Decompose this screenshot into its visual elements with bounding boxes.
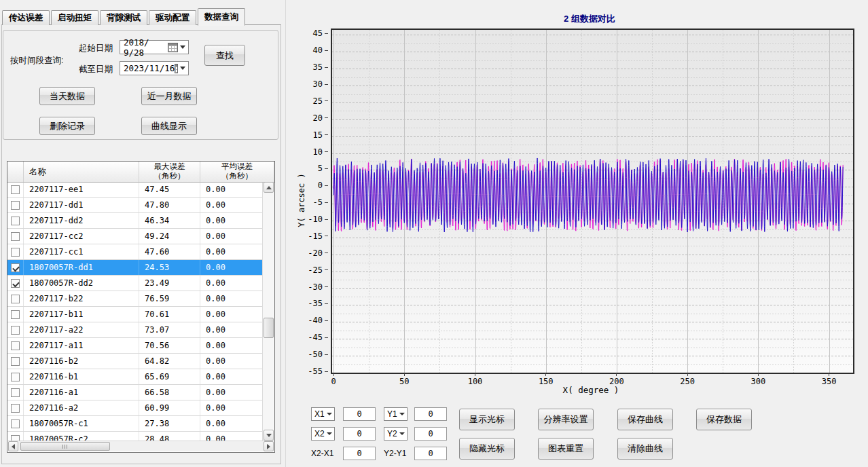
chart-title: 2 组数据对比 — [564, 13, 615, 25]
table-row[interactable]: 18070057R-c228.480.00 — [7, 432, 263, 441]
horizontal-scrollbar[interactable] — [8, 441, 274, 451]
resolution-settings-button[interactable]: 分辨率设置 — [538, 409, 594, 430]
tab-item[interactable]: 传达误差 — [2, 10, 50, 25]
row-max-error: 47.60 — [139, 244, 200, 259]
table-row[interactable]: 2207116-a260.990.00 — [7, 400, 263, 416]
dx-value-field[interactable] — [343, 447, 376, 460]
table-row[interactable]: 2207117-b1170.610.00 — [7, 307, 263, 322]
x1-value-field[interactable] — [343, 407, 376, 421]
row-checkbox[interactable] — [11, 185, 20, 194]
row-checkbox[interactable] — [11, 357, 20, 366]
table-row[interactable]: 18070057R-dd124.530.00 — [7, 260, 263, 276]
scroll-down-button[interactable] — [264, 430, 274, 441]
plot-area[interactable] — [331, 29, 854, 374]
table-row[interactable]: 2207117-dd246.340.00 — [7, 213, 263, 229]
scroll-right-button[interactable] — [264, 441, 274, 451]
y-tick-label: 40 — [301, 45, 328, 55]
row-checkbox[interactable] — [11, 295, 20, 303]
search-button[interactable]: 查找 — [204, 45, 245, 66]
chevron-down-icon — [327, 413, 332, 415]
tab-item[interactable]: 背隙测试 — [100, 10, 147, 25]
save-curve-button[interactable]: 保存曲线 — [617, 409, 673, 430]
table-row[interactable]: 2207117-cc147.600.00 — [7, 244, 263, 260]
vertical-scroll-thumb[interactable] — [264, 318, 274, 338]
row-name: 2207117-dd2 — [24, 213, 139, 228]
row-avg-error: 0.00 — [200, 385, 263, 400]
y1-cursor-select[interactable]: Y1 — [384, 407, 408, 421]
table-row[interactable]: 2207117-b2276.590.00 — [7, 291, 263, 307]
row-checkbox[interactable] — [11, 279, 20, 288]
table-row[interactable]: 2207116-b264.820.00 — [7, 354, 263, 369]
row-name: 18070057R-dd2 — [24, 276, 139, 291]
row-checkbox[interactable] — [11, 263, 20, 272]
results-table: 名称 最大误差 （角秒） 平均误差 （角秒） 2207117-ee147.450… — [7, 161, 275, 453]
row-name: 2207116-b2 — [24, 354, 139, 369]
table-row[interactable]: 18070057R-dd223.490.00 — [7, 276, 263, 291]
x2-value-field[interactable] — [343, 427, 376, 441]
scroll-up-button[interactable] — [264, 182, 274, 193]
calendar-icon — [168, 43, 178, 52]
chevron-down-icon — [399, 413, 405, 415]
row-name: 2207116-a1 — [24, 385, 139, 400]
row-name: 2207117-ee1 — [24, 182, 139, 197]
dx-label: X2-X1 — [311, 449, 333, 458]
triangle-up-icon — [266, 186, 272, 189]
end-date-picker[interactable]: 2023/11/16 — [120, 61, 189, 75]
chevron-down-icon[interactable] — [180, 45, 185, 49]
x2-cursor-select[interactable]: X2 — [311, 427, 335, 441]
table-row[interactable]: 2207117-dd147.800.00 — [7, 198, 263, 213]
table-row[interactable]: 2207117-a2273.070.00 — [7, 322, 263, 338]
waveform-canvas[interactable] — [332, 30, 853, 373]
y-tick-label: 15 — [301, 130, 328, 140]
table-row[interactable]: 2207116-b165.690.00 — [7, 369, 263, 385]
chart-reset-button[interactable]: 图表重置 — [538, 438, 594, 460]
x1-cursor-select[interactable]: X1 — [311, 407, 335, 421]
table-row[interactable]: 18070057R-c127.380.00 — [7, 416, 263, 432]
table-row[interactable]: 2207117-cc249.240.00 — [7, 229, 263, 244]
tab-item[interactable]: 启动扭矩 — [51, 10, 98, 25]
tab-item[interactable]: 数据查询 — [198, 8, 245, 26]
save-data-button[interactable]: 保存数据 — [696, 409, 752, 430]
y2-value-field[interactable] — [414, 427, 447, 441]
row-checkbox[interactable] — [11, 341, 20, 350]
start-date-picker[interactable]: 2018/ 9/28 — [120, 40, 189, 54]
dy-value-field[interactable] — [414, 447, 447, 460]
delete-record-button[interactable]: 删除记录 — [39, 117, 95, 135]
row-checkbox[interactable] — [11, 373, 20, 381]
last-month-data-button[interactable]: 近一月数据 — [141, 87, 197, 105]
row-checkbox[interactable] — [11, 326, 20, 335]
row-checkbox[interactable] — [11, 388, 20, 397]
y-tick-label: 25 — [301, 96, 328, 106]
row-name: 2207117-a22 — [24, 322, 139, 337]
scroll-left-button[interactable] — [8, 441, 18, 451]
table-row[interactable]: 2207117-a1170.560.00 — [7, 338, 263, 354]
x-tick-label: 300 — [744, 373, 772, 386]
row-checkbox[interactable] — [11, 310, 20, 319]
row-checkbox[interactable] — [11, 435, 20, 441]
vertical-scrollbar[interactable] — [262, 182, 274, 441]
row-checkbox[interactable] — [11, 217, 20, 225]
y1-value-field[interactable] — [414, 407, 447, 421]
chevron-down-icon[interactable] — [180, 67, 185, 70]
row-checkbox[interactable] — [11, 419, 20, 428]
horizontal-scroll-thumb[interactable] — [20, 442, 110, 451]
row-max-error: 65.69 — [139, 369, 200, 384]
hide-cursor-button[interactable]: 隐藏光标 — [459, 438, 515, 460]
y-tick-label: -50 — [301, 350, 328, 359]
row-checkbox[interactable] — [11, 248, 20, 257]
today-data-button[interactable]: 当天数据 — [39, 87, 95, 105]
row-name: 2207116-a2 — [24, 400, 139, 415]
tab-item[interactable]: 驱动配置 — [149, 10, 196, 25]
row-max-error: 49.24 — [139, 229, 200, 244]
row-checkbox[interactable] — [11, 232, 20, 241]
row-checkbox[interactable] — [11, 201, 20, 210]
row-name: 2207116-b1 — [24, 369, 139, 384]
row-name: 2207117-dd1 — [24, 198, 139, 212]
show-cursor-button[interactable]: 显示光标 — [459, 409, 515, 430]
table-row[interactable]: 2207117-ee147.450.00 — [7, 182, 263, 198]
clear-curve-button[interactable]: 清除曲线 — [617, 438, 673, 460]
y2-cursor-select[interactable]: Y2 — [384, 427, 408, 441]
table-row[interactable]: 2207116-a166.580.00 — [7, 385, 263, 400]
row-checkbox[interactable] — [11, 404, 20, 413]
curve-display-button[interactable]: 曲线显示 — [141, 117, 197, 135]
